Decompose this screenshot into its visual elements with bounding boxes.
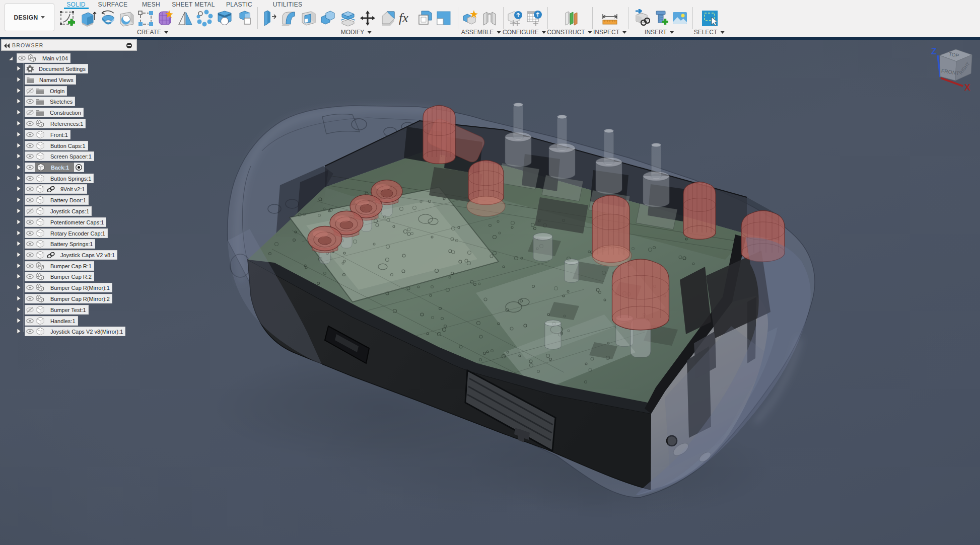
svg-text:fx: fx [399,11,408,25]
svg-text:Z: Z [931,46,937,56]
svg-text:X: X [964,83,970,93]
